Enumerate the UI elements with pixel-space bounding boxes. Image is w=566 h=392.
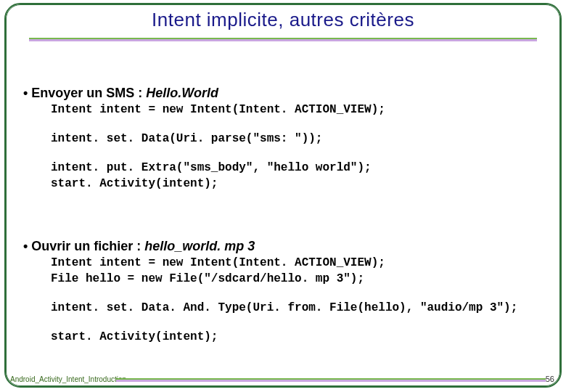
bullet-2-suffix: hello_world. mp 3 — [144, 239, 255, 253]
bullet-1-text: Envoyer un SMS : — [31, 86, 146, 100]
code-1-line-0: Intent intent = new Intent(Intent. ACTIO… — [51, 102, 543, 117]
code-2-line-0: Intent intent = new Intent(Intent. ACTIO… — [51, 256, 543, 270]
code-1-line-4: intent. put. Extra("sms_body", "hello wo… — [51, 160, 543, 175]
bullet-1: Envoyer un SMS : Hello.World — [23, 86, 543, 101]
content-area: Envoyer un SMS : Hello.World Intent inte… — [23, 73, 543, 362]
code-2-line-1: File hello = new File("/sdcard/hello. mp… — [51, 271, 543, 286]
code-1-line-5: start. Activity(intent); — [51, 176, 543, 191]
footer-underline — [116, 378, 546, 382]
section-gap — [23, 191, 543, 226]
bullet-1-suffix: Hello.World — [146, 86, 218, 100]
slide-title: Intent implicite, autres critères — [152, 9, 414, 30]
code-1-line-2: intent. set. Data(Uri. parse("sms: ")); — [51, 131, 543, 146]
bullet-2: Ouvrir un fichier : hello_world. mp 3 — [23, 239, 543, 254]
bullet-2-text: Ouvrir un fichier : — [31, 239, 144, 253]
code-2-gap-1 — [23, 286, 543, 299]
code-2-gap-2 — [23, 315, 543, 328]
footer-label: Android_Activity_Intent_Introduction — [10, 375, 126, 383]
code-1-gap-1 — [23, 117, 543, 130]
title-wrap: Intent implicite, autres critères — [0, 9, 566, 31]
code-2-line-5: start. Activity(intent); — [51, 330, 543, 344]
code-2-line-3: intent. set. Data. And. Type(Uri. from. … — [51, 301, 543, 315]
page-number: 56 — [546, 375, 554, 383]
code-1-gap-2 — [23, 146, 543, 159]
title-underline — [29, 38, 537, 41]
